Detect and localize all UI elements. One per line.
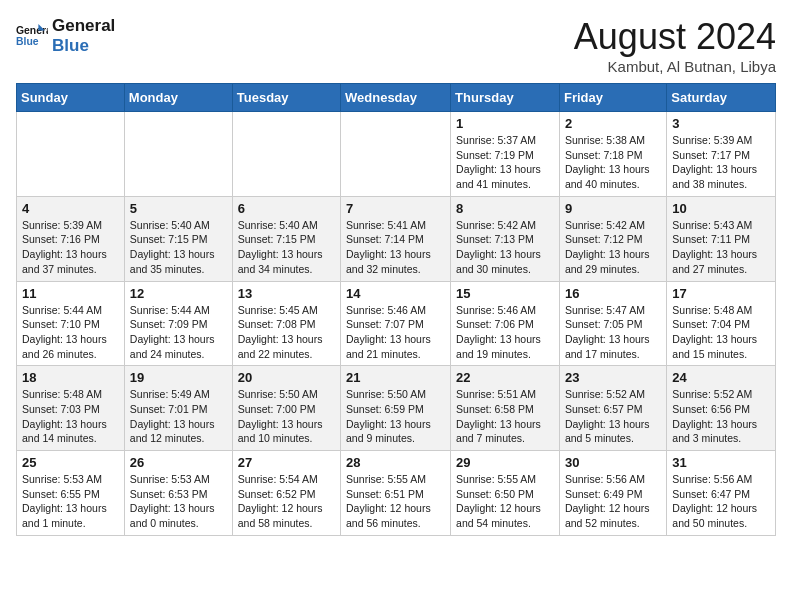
day-info: Sunrise: 5:40 AMSunset: 7:15 PMDaylight:… (238, 218, 335, 277)
day-number: 18 (22, 370, 119, 385)
day-number: 22 (456, 370, 554, 385)
day-info: Sunrise: 5:39 AMSunset: 7:17 PMDaylight:… (672, 133, 770, 192)
day-number: 30 (565, 455, 661, 470)
day-info: Sunrise: 5:56 AMSunset: 6:47 PMDaylight:… (672, 472, 770, 531)
calendar-cell: 1Sunrise: 5:37 AMSunset: 7:19 PMDaylight… (451, 112, 560, 197)
day-number: 21 (346, 370, 445, 385)
day-number: 7 (346, 201, 445, 216)
day-info: Sunrise: 5:45 AMSunset: 7:08 PMDaylight:… (238, 303, 335, 362)
day-info: Sunrise: 5:54 AMSunset: 6:52 PMDaylight:… (238, 472, 335, 531)
day-info: Sunrise: 5:38 AMSunset: 7:18 PMDaylight:… (565, 133, 661, 192)
calendar-table: SundayMondayTuesdayWednesdayThursdayFrid… (16, 83, 776, 536)
day-number: 10 (672, 201, 770, 216)
day-info: Sunrise: 5:44 AMSunset: 7:09 PMDaylight:… (130, 303, 227, 362)
weekday-header-thursday: Thursday (451, 84, 560, 112)
day-number: 24 (672, 370, 770, 385)
calendar-cell: 2Sunrise: 5:38 AMSunset: 7:18 PMDaylight… (559, 112, 666, 197)
calendar-cell: 23Sunrise: 5:52 AMSunset: 6:57 PMDayligh… (559, 366, 666, 451)
day-number: 27 (238, 455, 335, 470)
calendar-cell: 3Sunrise: 5:39 AMSunset: 7:17 PMDaylight… (667, 112, 776, 197)
day-info: Sunrise: 5:56 AMSunset: 6:49 PMDaylight:… (565, 472, 661, 531)
day-number: 31 (672, 455, 770, 470)
day-number: 16 (565, 286, 661, 301)
day-number: 13 (238, 286, 335, 301)
month-title: August 2024 (574, 16, 776, 58)
day-number: 12 (130, 286, 227, 301)
day-info: Sunrise: 5:46 AMSunset: 7:07 PMDaylight:… (346, 303, 445, 362)
day-number: 8 (456, 201, 554, 216)
day-info: Sunrise: 5:55 AMSunset: 6:50 PMDaylight:… (456, 472, 554, 531)
logo-general: General (52, 16, 115, 36)
calendar-cell (124, 112, 232, 197)
calendar-cell: 28Sunrise: 5:55 AMSunset: 6:51 PMDayligh… (341, 451, 451, 536)
location: Kambut, Al Butnan, Libya (574, 58, 776, 75)
calendar-cell: 31Sunrise: 5:56 AMSunset: 6:47 PMDayligh… (667, 451, 776, 536)
calendar-cell (232, 112, 340, 197)
day-number: 1 (456, 116, 554, 131)
day-info: Sunrise: 5:49 AMSunset: 7:01 PMDaylight:… (130, 387, 227, 446)
day-info: Sunrise: 5:42 AMSunset: 7:13 PMDaylight:… (456, 218, 554, 277)
day-info: Sunrise: 5:42 AMSunset: 7:12 PMDaylight:… (565, 218, 661, 277)
day-info: Sunrise: 5:55 AMSunset: 6:51 PMDaylight:… (346, 472, 445, 531)
day-info: Sunrise: 5:43 AMSunset: 7:11 PMDaylight:… (672, 218, 770, 277)
calendar-cell: 12Sunrise: 5:44 AMSunset: 7:09 PMDayligh… (124, 281, 232, 366)
day-info: Sunrise: 5:40 AMSunset: 7:15 PMDaylight:… (130, 218, 227, 277)
day-info: Sunrise: 5:50 AMSunset: 7:00 PMDaylight:… (238, 387, 335, 446)
calendar-cell: 19Sunrise: 5:49 AMSunset: 7:01 PMDayligh… (124, 366, 232, 451)
calendar-cell: 24Sunrise: 5:52 AMSunset: 6:56 PMDayligh… (667, 366, 776, 451)
weekday-header-friday: Friday (559, 84, 666, 112)
calendar-cell: 29Sunrise: 5:55 AMSunset: 6:50 PMDayligh… (451, 451, 560, 536)
weekday-header-saturday: Saturday (667, 84, 776, 112)
calendar-cell: 21Sunrise: 5:50 AMSunset: 6:59 PMDayligh… (341, 366, 451, 451)
day-info: Sunrise: 5:44 AMSunset: 7:10 PMDaylight:… (22, 303, 119, 362)
day-number: 3 (672, 116, 770, 131)
day-info: Sunrise: 5:52 AMSunset: 6:56 PMDaylight:… (672, 387, 770, 446)
calendar-cell: 18Sunrise: 5:48 AMSunset: 7:03 PMDayligh… (17, 366, 125, 451)
day-number: 23 (565, 370, 661, 385)
calendar-cell: 7Sunrise: 5:41 AMSunset: 7:14 PMDaylight… (341, 196, 451, 281)
weekday-header-tuesday: Tuesday (232, 84, 340, 112)
calendar-cell: 13Sunrise: 5:45 AMSunset: 7:08 PMDayligh… (232, 281, 340, 366)
day-number: 29 (456, 455, 554, 470)
day-number: 9 (565, 201, 661, 216)
calendar-cell: 20Sunrise: 5:50 AMSunset: 7:00 PMDayligh… (232, 366, 340, 451)
day-info: Sunrise: 5:53 AMSunset: 6:55 PMDaylight:… (22, 472, 119, 531)
logo: General Blue General Blue (16, 16, 115, 57)
day-info: Sunrise: 5:46 AMSunset: 7:06 PMDaylight:… (456, 303, 554, 362)
logo-blue: Blue (52, 36, 115, 56)
day-info: Sunrise: 5:50 AMSunset: 6:59 PMDaylight:… (346, 387, 445, 446)
day-info: Sunrise: 5:53 AMSunset: 6:53 PMDaylight:… (130, 472, 227, 531)
day-info: Sunrise: 5:52 AMSunset: 6:57 PMDaylight:… (565, 387, 661, 446)
day-info: Sunrise: 5:39 AMSunset: 7:16 PMDaylight:… (22, 218, 119, 277)
weekday-header-sunday: Sunday (17, 84, 125, 112)
calendar-cell: 10Sunrise: 5:43 AMSunset: 7:11 PMDayligh… (667, 196, 776, 281)
day-number: 11 (22, 286, 119, 301)
calendar-cell: 27Sunrise: 5:54 AMSunset: 6:52 PMDayligh… (232, 451, 340, 536)
calendar-cell: 25Sunrise: 5:53 AMSunset: 6:55 PMDayligh… (17, 451, 125, 536)
day-number: 4 (22, 201, 119, 216)
calendar-cell: 30Sunrise: 5:56 AMSunset: 6:49 PMDayligh… (559, 451, 666, 536)
day-info: Sunrise: 5:41 AMSunset: 7:14 PMDaylight:… (346, 218, 445, 277)
day-info: Sunrise: 5:48 AMSunset: 7:04 PMDaylight:… (672, 303, 770, 362)
weekday-header-monday: Monday (124, 84, 232, 112)
calendar-cell: 22Sunrise: 5:51 AMSunset: 6:58 PMDayligh… (451, 366, 560, 451)
weekday-header-wednesday: Wednesday (341, 84, 451, 112)
calendar-cell: 17Sunrise: 5:48 AMSunset: 7:04 PMDayligh… (667, 281, 776, 366)
calendar-cell (17, 112, 125, 197)
logo-icon: General Blue (16, 22, 48, 50)
calendar-cell: 15Sunrise: 5:46 AMSunset: 7:06 PMDayligh… (451, 281, 560, 366)
calendar-cell: 26Sunrise: 5:53 AMSunset: 6:53 PMDayligh… (124, 451, 232, 536)
day-number: 20 (238, 370, 335, 385)
page-header: General Blue General Blue August 2024 Ka… (16, 16, 776, 75)
calendar-cell: 11Sunrise: 5:44 AMSunset: 7:10 PMDayligh… (17, 281, 125, 366)
day-number: 25 (22, 455, 119, 470)
day-number: 5 (130, 201, 227, 216)
calendar-cell: 14Sunrise: 5:46 AMSunset: 7:07 PMDayligh… (341, 281, 451, 366)
calendar-cell: 5Sunrise: 5:40 AMSunset: 7:15 PMDaylight… (124, 196, 232, 281)
day-number: 6 (238, 201, 335, 216)
day-info: Sunrise: 5:37 AMSunset: 7:19 PMDaylight:… (456, 133, 554, 192)
day-info: Sunrise: 5:48 AMSunset: 7:03 PMDaylight:… (22, 387, 119, 446)
calendar-cell: 9Sunrise: 5:42 AMSunset: 7:12 PMDaylight… (559, 196, 666, 281)
day-number: 15 (456, 286, 554, 301)
svg-text:Blue: Blue (16, 36, 39, 47)
